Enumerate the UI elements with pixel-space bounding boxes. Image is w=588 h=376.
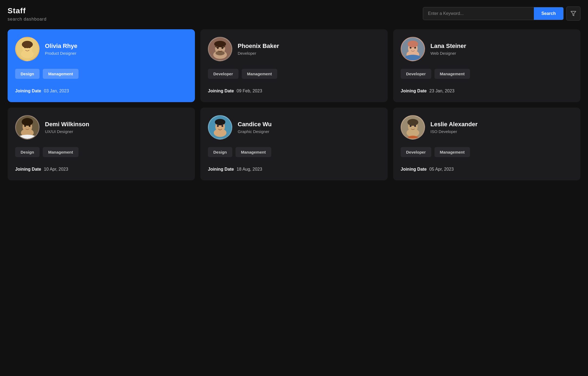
avatar (401, 115, 425, 140)
svg-point-11 (221, 47, 223, 49)
avatar (401, 37, 425, 61)
card-tags: DesignManagement (208, 147, 380, 157)
avatar (208, 115, 232, 140)
card-header: Lana Steiner Web Designer (401, 37, 573, 61)
card-tags: DesignManagement (15, 69, 187, 79)
card-info: Olivia Rhye Product Designer (45, 43, 77, 56)
card-role: Web Designer (430, 51, 466, 56)
card-role: Product Designer (45, 51, 77, 56)
joining-label: Joining Date (208, 167, 234, 172)
card-tags: DeveloperManagement (208, 69, 380, 79)
svg-point-25 (22, 118, 33, 126)
card-joining: Joining Date 09 Feb, 2023 (208, 89, 380, 93)
card-demi-wilkinson[interactable]: Demi Wilkinson UX/UI Designer DesignMana… (8, 108, 195, 180)
svg-point-31 (215, 119, 226, 125)
avatar (15, 115, 40, 140)
tag-developer: Developer (401, 69, 431, 79)
tag-design: Design (15, 147, 40, 157)
tag-design: Design (15, 69, 40, 79)
tag-management: Management (435, 69, 470, 79)
joining-date: 18 Aug, 2023 (237, 167, 262, 172)
svg-point-12 (214, 41, 226, 47)
avatar (208, 37, 232, 61)
cards-grid: Olivia Rhye Product Designer DesignManag… (8, 29, 580, 180)
card-header: Candice Wu Graphic Designer (208, 115, 380, 140)
card-role: Graphic Designer (238, 129, 272, 134)
card-name: Leslie Alexander (430, 121, 478, 128)
card-name: Lana Steiner (430, 43, 466, 50)
card-joining: Joining Date 05 Apr, 2023 (401, 167, 573, 172)
joining-label: Joining Date (208, 89, 234, 93)
card-olivia-rhye[interactable]: Olivia Rhye Product Designer DesignManag… (8, 29, 195, 102)
card-name: Candice Wu (238, 121, 272, 128)
search-area: Search (423, 7, 580, 21)
card-tags: DesignManagement (15, 147, 187, 157)
svg-point-30 (221, 125, 223, 127)
card-name: Olivia Rhye (45, 43, 77, 50)
card-joining: Joining Date 03 Jan, 2023 (15, 89, 187, 93)
tag-design: Design (208, 147, 232, 157)
card-role: Developer (238, 51, 279, 56)
svg-point-6 (22, 41, 33, 48)
tag-management: Management (236, 147, 271, 157)
card-joining: Joining Date 23 Jan, 2023 (401, 89, 573, 93)
card-candice-wu[interactable]: Candice Wu Graphic Designer DesignManage… (200, 108, 388, 180)
joining-label: Joining Date (401, 167, 427, 172)
filter-icon (570, 11, 576, 17)
card-tags: DeveloperManagement (401, 69, 573, 79)
card-info: Demi Wilkinson UX/UI Designer (45, 121, 89, 134)
joining-date: 23 Jan, 2023 (429, 89, 455, 93)
search-button[interactable]: Search (534, 7, 563, 20)
joining-label: Joining Date (15, 167, 41, 172)
card-joining: Joining Date 18 Aug, 2023 (208, 167, 380, 172)
page-header: Staff search dashboard Search (8, 7, 580, 22)
logo-title: Staff (8, 7, 47, 15)
card-header: Leslie Alexander ISO Developer (401, 115, 573, 140)
svg-marker-0 (571, 11, 576, 16)
joining-date: 03 Jan, 2023 (44, 89, 69, 93)
tag-management: Management (242, 69, 277, 79)
card-info: Candice Wu Graphic Designer (238, 121, 272, 134)
card-info: Leslie Alexander ISO Developer (430, 121, 478, 134)
card-name: Demi Wilkinson (45, 121, 89, 128)
joining-date: 05 Apr, 2023 (429, 167, 454, 172)
svg-point-13 (215, 51, 225, 56)
svg-point-29 (217, 125, 219, 127)
card-leslie-alexander[interactable]: Leslie Alexander ISO Developer Developer… (393, 108, 580, 180)
card-lana-steiner[interactable]: Lana Steiner Web Designer DeveloperManag… (393, 29, 580, 102)
logo-area: Staff search dashboard (8, 7, 47, 22)
search-input[interactable] (423, 7, 534, 20)
tag-management: Management (435, 147, 470, 157)
card-header: Demi Wilkinson UX/UI Designer (15, 115, 187, 140)
card-tags: DeveloperManagement (401, 147, 573, 157)
joining-date: 10 Apr, 2023 (44, 167, 68, 172)
joining-date: 09 Feb, 2023 (237, 89, 262, 93)
tag-management: Management (43, 147, 79, 157)
card-header: Phoenix Baker Developer (208, 37, 380, 61)
svg-point-10 (217, 47, 219, 49)
avatar (15, 37, 40, 61)
card-header: Olivia Rhye Product Designer (15, 37, 187, 61)
card-joining: Joining Date 10 Apr, 2023 (15, 167, 187, 172)
card-role: UX/UI Designer (45, 129, 89, 134)
card-name: Phoenix Baker (238, 43, 279, 50)
joining-label: Joining Date (15, 89, 41, 93)
tag-developer: Developer (208, 69, 239, 79)
card-info: Phoenix Baker Developer (238, 43, 279, 56)
joining-label: Joining Date (401, 89, 427, 93)
svg-point-19 (408, 41, 418, 47)
card-info: Lana Steiner Web Designer (430, 43, 466, 56)
tag-developer: Developer (401, 147, 431, 157)
tag-management: Management (43, 69, 79, 79)
search-bar: Search (423, 7, 564, 20)
filter-button[interactable] (566, 7, 580, 21)
logo-subtitle: search dashboard (8, 17, 47, 22)
card-role: ISO Developer (430, 129, 478, 134)
card-phoenix-baker[interactable]: Phoenix Baker Developer DeveloperManagem… (200, 29, 388, 102)
